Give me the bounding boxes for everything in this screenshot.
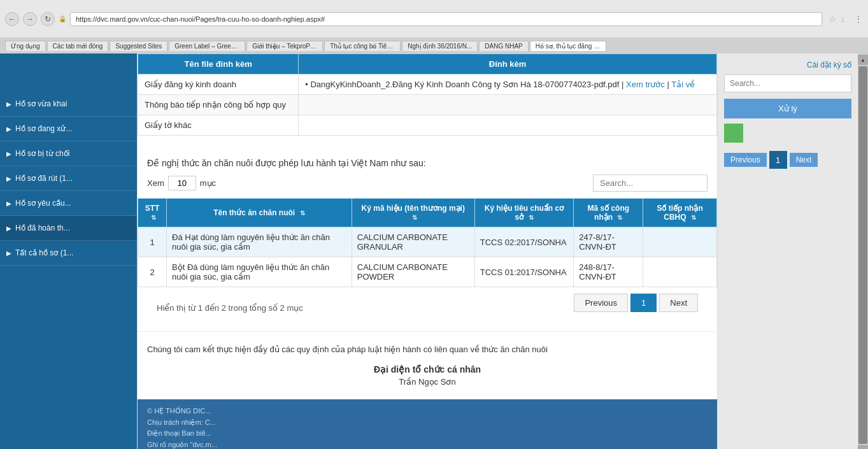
tab-green[interactable]: Green Label – Green ... — [169, 41, 245, 51]
search-input[interactable] — [593, 175, 708, 192]
table-row: Thông báo tiếp nhận công bố hợp quy — [138, 95, 717, 115]
right-page-number: 1 — [769, 151, 787, 169]
sidebar-item-ho-so-yeu-cau[interactable]: ▶ Hồ sơ yêu cầu... — [0, 191, 137, 216]
url-bar[interactable] — [70, 12, 822, 26]
representative-title: Đại diện tổ chức cá nhân — [147, 364, 708, 374]
xem-row: Xem mục — [147, 176, 216, 190]
tab-dang-nhap[interactable]: DANG NHAP — [479, 41, 528, 51]
settings-icon[interactable]: ⋮ — [854, 14, 863, 24]
footer-line3: Điện thoại Ban biê... — [147, 428, 708, 439]
controls-row: Xem mục — [138, 175, 717, 198]
cai-dat-ky-so-link[interactable]: Cài đặt ký số — [807, 61, 851, 69]
table-row: 2 Bột Đá dùng làm nguyên liệu thức ăn ch… — [138, 257, 717, 287]
refresh-button[interactable]: ↻ — [41, 12, 55, 26]
data-table: STT ⇅ Tên thức ăn chăn nuôi ⇅ Ký mã hiệu… — [138, 198, 717, 287]
right-previous-button[interactable]: Previous — [724, 153, 767, 167]
sidebar-item-label: Hồ sơ đã rút (1... — [15, 174, 73, 183]
arrow-icon: ▶ — [6, 101, 11, 108]
sort-icon: ⇅ — [412, 214, 417, 221]
cell-ky-hieu: TCCS 01:2017/SONHA — [474, 257, 574, 287]
tabs-bar: Ứng dụng Các tab mới đóng Suggested Site… — [0, 38, 868, 53]
sidebar-item-tat-ca-ho-so[interactable]: ▶ Tất cả hồ sơ (1... — [0, 241, 137, 266]
sidebar-item-label: Hồ sơ bị từ chối — [15, 149, 69, 158]
files-table: Tên file đính kèm Đính kèm Giấy đăng ký … — [138, 53, 717, 136]
scrollbar[interactable]: ▲ ▼ — [858, 53, 868, 449]
table-row: Giấy tờ khác — [138, 115, 717, 136]
browser-bar: ← → ↻ 🔒 ☆ ↓ ⋮ — [0, 0, 868, 38]
sidebar-item-ho-da-hoan[interactable]: ▶ Hồ đã hoàn th... — [0, 216, 137, 241]
scroll-thumb[interactable] — [858, 66, 867, 444]
lock-icon: 🔒 — [59, 15, 66, 22]
star-icon[interactable]: ☆ — [829, 14, 837, 24]
col-ky-hieu[interactable]: Ký hiệu tiêu chuẩn cơ sở ⇅ — [474, 199, 574, 227]
xem-input[interactable] — [168, 176, 196, 190]
file-name-cell: Thông báo tiếp nhận công bố hợp quy — [138, 95, 299, 115]
col-ma-so[interactable]: Mã số công nhận ⇅ — [574, 199, 643, 227]
footer: © HỆ THỐNG DIC... Chịu trách nhiệm: C...… — [138, 399, 717, 449]
sidebar-item-ho-so-bi-tu-choi[interactable]: ▶ Hồ sơ bị từ chối — [0, 141, 137, 166]
xu-ly-button[interactable]: Xử lý — [724, 99, 851, 118]
next-button[interactable]: Next — [659, 294, 698, 312]
files-col-attachment: Đính kèm — [299, 54, 717, 75]
page-1-button[interactable]: 1 — [630, 294, 657, 312]
sidebar-item-ho-so-vua-khai[interactable]: ▶ Hồ sơ vừa khai — [0, 92, 137, 117]
col-ky-ma[interactable]: Ký mã hiệu (tên thương mại) ⇅ — [352, 199, 474, 227]
footer-line1: © HỆ THỐNG DIC... — [147, 406, 708, 417]
sidebar-item-label: Hồ đã hoàn th... — [15, 224, 70, 232]
scroll-down-button[interactable]: ▼ — [858, 445, 868, 449]
sidebar-item-label: Hồ sơ yêu cầu... — [15, 199, 71, 208]
file-name-cell: Giấy tờ khác — [138, 115, 299, 136]
previous-button[interactable]: Previous — [574, 294, 628, 312]
right-next-button[interactable]: Next — [790, 153, 818, 167]
arrow-icon: ▶ — [6, 200, 11, 207]
sort-icon: ⇅ — [691, 214, 696, 221]
cell-so-tiep-nhan — [643, 257, 717, 287]
arrow-icon: ▶ — [6, 125, 11, 132]
tab-cac-tab-moi-dong[interactable]: Các tab mới đóng — [47, 41, 109, 51]
sort-icon: ⇅ — [300, 210, 305, 217]
sort-icon: ⇅ — [617, 214, 622, 221]
cell-ten: Đá Hạt dùng làm nguyên liệu thức ăn chăn… — [167, 227, 352, 257]
tab-ho-so[interactable]: Hồ sơ, thủ tục đăng k... — [530, 41, 606, 51]
representative-name: Trần Ngọc Sơn — [147, 377, 708, 387]
right-panel: Cài đặt ký số Xử lý Previous 1 Next — [718, 53, 858, 449]
back-button[interactable]: ← — [5, 12, 19, 26]
footer-line2: Chịu trách nhiệm: C... — [147, 417, 708, 429]
reading-icon[interactable]: ↓ — [841, 14, 845, 24]
right-search-input[interactable] — [724, 75, 851, 92]
cell-stt: 1 — [138, 227, 167, 257]
tab-gioi-thieu[interactable]: Giới thiệu – TekproPa... — [246, 41, 323, 51]
files-col-name: Tên file đính kèm — [138, 54, 299, 75]
col-stt[interactable]: STT ⇅ — [138, 199, 167, 227]
arrow-icon: ▶ — [6, 150, 11, 157]
scroll-up-button[interactable]: ▲ — [858, 55, 868, 65]
view-link[interactable]: Xem trước — [626, 80, 665, 89]
sidebar-item-label: Tất cả hồ sơ (1... — [15, 248, 73, 257]
green-square-icon — [724, 124, 743, 143]
file-attachment-cell: • DangKyKinhDoanh_2.Đăng Ký Kinh Doanh C… — [299, 75, 717, 95]
col-so-tiep-nhan[interactable]: Số tiếp nhận CBHQ ⇅ — [643, 199, 717, 227]
table-row: 1 Đá Hạt dùng làm nguyên liệu thức ăn ch… — [138, 227, 717, 257]
table-row: Giấy đăng ký kinh doanh • DangKyKinhDoan… — [138, 75, 717, 95]
file-name-cell: Giấy đăng ký kinh doanh — [138, 75, 299, 95]
muc-label: mục — [200, 178, 216, 188]
download-link[interactable]: Tải về — [671, 80, 695, 89]
section-title: Đề nghị thức ăn chăn nuôi được phép lưu … — [138, 148, 717, 175]
file-attachment-cell — [299, 115, 717, 136]
main-content: Tên file đính kèm Đính kèm Giấy đăng ký … — [137, 53, 718, 449]
sidebar-item-ho-so-da-rut[interactable]: ▶ Hồ sơ đã rút (1... — [0, 166, 137, 191]
sort-icon: ⇅ — [529, 214, 534, 221]
tab-nghi-dinh[interactable]: Nghị định 36/2016/N... — [402, 41, 478, 51]
forward-button[interactable]: → — [23, 12, 37, 26]
commitment-section: Chúng tôi cam kết thực hiện đầy đủ các q… — [138, 331, 717, 399]
cell-stt: 2 — [138, 257, 167, 287]
pagination-bottom: Previous 1 Next — [564, 294, 708, 322]
col-ten[interactable]: Tên thức ăn chăn nuôi ⇅ — [167, 199, 352, 227]
tab-thu-tuc[interactable]: Thủ tục công bố Tiêu... — [324, 41, 401, 51]
tab-ung-dung[interactable]: Ứng dụng — [5, 41, 46, 51]
sidebar: ▶ Hồ sơ vừa khai ▶ Hồ sơ đang xử... ▶ Hồ… — [0, 53, 137, 449]
sidebar-item-ho-so-dang-xu[interactable]: ▶ Hồ sơ đang xử... — [0, 117, 137, 141]
tab-suggested[interactable]: Suggested Sites — [110, 41, 167, 51]
cell-ky-ma: CALCIUM CARBONATE GRANULAR — [352, 227, 474, 257]
info-text: Hiển thị từ 1 đến 2 trong tổng số 2 mục — [147, 298, 313, 318]
